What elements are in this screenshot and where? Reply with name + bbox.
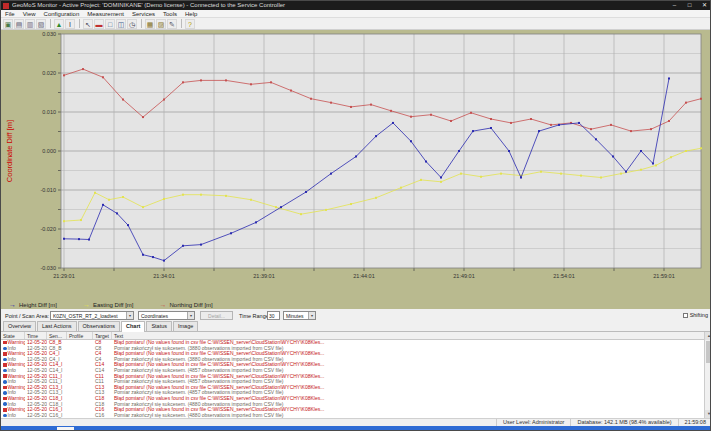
svg-text:21:39:01: 21:39:01 bbox=[253, 273, 274, 279]
clock-icon[interactable]: ◷ bbox=[127, 19, 137, 29]
scrollbar-thumb[interactable] bbox=[706, 341, 711, 363]
print-icon[interactable]: ▥ bbox=[25, 19, 35, 29]
scroll-down-icon[interactable]: ▼ bbox=[705, 410, 711, 418]
new-project-icon[interactable]: ▣ bbox=[3, 19, 13, 29]
tab-observations[interactable]: Observations bbox=[78, 321, 120, 331]
app-icon bbox=[3, 3, 9, 9]
view-type-value: Coordinates bbox=[141, 313, 168, 319]
stop-service-icon[interactable]: I bbox=[65, 19, 75, 29]
info-icon bbox=[3, 369, 7, 373]
warning-icon bbox=[3, 341, 7, 345]
column-header-text[interactable]: Text bbox=[112, 332, 711, 339]
column-header-target[interactable]: Target bbox=[93, 332, 112, 339]
legend-easting-diff: →Easting Diff [m] bbox=[83, 301, 134, 308]
warning-icon bbox=[3, 374, 7, 378]
point-scan-area-value: K0ZN_OSTR_RT_2_loadtest bbox=[53, 313, 118, 319]
chart-icon[interactable]: ▦ bbox=[145, 19, 155, 29]
taskbar[interactable] bbox=[1, 426, 711, 431]
toolbar-separator bbox=[141, 19, 142, 28]
tab-image[interactable]: Image bbox=[173, 321, 198, 331]
pause-icon[interactable]: ▬ bbox=[94, 19, 104, 29]
column-header-sen[interactable]: Sen... bbox=[47, 332, 67, 339]
menu-help[interactable]: Help bbox=[181, 10, 201, 17]
monitor-icon[interactable]: □ bbox=[105, 19, 115, 29]
info-icon bbox=[3, 380, 7, 384]
legend-label: Height Diff [m] bbox=[19, 302, 57, 308]
taskbar-item[interactable] bbox=[57, 427, 74, 431]
series-marker-icon: → bbox=[159, 301, 166, 308]
menu-tools[interactable]: Tools bbox=[159, 10, 181, 17]
minimize-button[interactable]: – bbox=[667, 1, 682, 10]
tools-icon[interactable]: ✎ bbox=[167, 19, 177, 29]
chevron-down-icon: ▾ bbox=[187, 312, 194, 319]
coordinate-diff-chart[interactable]: -0.030-0.020-0.0100.0000.0100.0200.03021… bbox=[1, 30, 711, 300]
shifting-checkbox[interactable] bbox=[683, 313, 688, 318]
column-header-state[interactable]: State bbox=[1, 332, 25, 339]
menu-services[interactable]: Services bbox=[128, 10, 159, 17]
svg-text:0.020: 0.020 bbox=[42, 70, 56, 76]
copy-icon[interactable]: ▤ bbox=[14, 19, 24, 29]
maximize-button[interactable]: □ bbox=[682, 1, 697, 10]
menu-configuration[interactable]: Configuration bbox=[40, 10, 84, 17]
legend-label: Easting Diff [m] bbox=[93, 302, 134, 308]
svg-text:21:44:01: 21:44:01 bbox=[353, 273, 374, 279]
toolbar-separator bbox=[181, 19, 182, 28]
menu-measurement[interactable]: Measurement bbox=[83, 10, 128, 17]
svg-text:Coordinate Diff [m]: Coordinate Diff [m] bbox=[5, 120, 14, 182]
time-range-label: Time Range: bbox=[239, 313, 270, 319]
menu-file[interactable]: File bbox=[1, 10, 19, 17]
window-icon[interactable]: ◫ bbox=[116, 19, 126, 29]
svg-text:-0.010: -0.010 bbox=[40, 187, 56, 193]
table-header-row: StateTimeSen...ProfileTargetText bbox=[1, 332, 711, 340]
time-range-unit-value: Minutes bbox=[286, 313, 304, 319]
chevron-down-icon: ▾ bbox=[126, 312, 133, 319]
start-service-icon[interactable]: ▲ bbox=[54, 19, 64, 29]
scroll-up-icon[interactable]: ▲ bbox=[705, 332, 711, 340]
info-icon bbox=[3, 414, 7, 418]
point-scan-area-label: Point / Scan Area: bbox=[5, 313, 49, 319]
help-icon[interactable]: ? bbox=[185, 19, 195, 29]
series-marker-icon: → bbox=[83, 301, 90, 308]
view-type-select[interactable]: Coordinates ▾ bbox=[138, 311, 195, 320]
tab-chart[interactable]: Chart bbox=[121, 321, 145, 332]
menu-view[interactable]: View bbox=[19, 10, 40, 17]
report-icon[interactable]: ▨ bbox=[156, 19, 166, 29]
svg-text:21:29:01: 21:29:01 bbox=[53, 273, 74, 279]
warning-icon bbox=[3, 397, 7, 401]
preview-icon[interactable]: ▧ bbox=[36, 19, 46, 29]
clock-status: 21:59:08 bbox=[678, 419, 711, 426]
column-header-time[interactable]: Time bbox=[25, 332, 47, 339]
detail-button[interactable]: Detail... bbox=[200, 311, 233, 320]
svg-text:-0.020: -0.020 bbox=[40, 226, 56, 232]
legend-northing-diff: →Northing Diff [m] bbox=[159, 301, 212, 308]
info-icon bbox=[3, 402, 7, 406]
point-scan-area-select[interactable]: K0ZN_OSTR_RT_2_loadtest ▾ bbox=[50, 311, 134, 320]
pointer-icon[interactable]: ↖ bbox=[83, 19, 93, 29]
close-button[interactable]: ✕ bbox=[697, 1, 711, 10]
svg-text:21:54:01: 21:54:01 bbox=[553, 273, 574, 279]
toolbar-separator bbox=[79, 19, 80, 28]
tab-status[interactable]: Status bbox=[146, 321, 172, 331]
time-range-unit-select[interactable]: Minutes ▾ bbox=[283, 311, 316, 320]
warning-icon bbox=[3, 352, 7, 356]
warning-icon bbox=[3, 386, 7, 390]
database-status: Database: 142.1 MB (98.4% available) bbox=[570, 419, 677, 426]
event-log-table: StateTimeSen...ProfileTargetText Warning… bbox=[1, 332, 711, 418]
title-bar: GeoMoS Monitor - Active Project: 'DOMINI… bbox=[1, 1, 711, 10]
svg-text:21:59:01: 21:59:01 bbox=[653, 273, 674, 279]
chart-area: -0.030-0.020-0.0100.0000.0100.0200.03021… bbox=[1, 30, 711, 300]
series-marker-icon: → bbox=[9, 301, 16, 308]
info-icon bbox=[3, 358, 7, 362]
time-range-input[interactable]: 30 bbox=[267, 311, 280, 320]
column-header-profile[interactable]: Profile bbox=[67, 332, 93, 339]
toolbar-separator bbox=[50, 19, 51, 28]
shifting-label: Shifting bbox=[690, 312, 708, 318]
tab-overview[interactable]: Overview bbox=[3, 321, 36, 331]
svg-text:21:49:01: 21:49:01 bbox=[453, 273, 474, 279]
tab-last-actions[interactable]: Last Actions bbox=[37, 321, 77, 331]
status-bar: User Level: Administrator Database: 142.… bbox=[1, 418, 711, 426]
info-icon bbox=[3, 391, 7, 395]
warning-icon bbox=[3, 408, 7, 412]
table-scrollbar[interactable]: ▲ ▼ bbox=[704, 332, 711, 418]
toolbar: ▣▤▥▧▲I↖▬□◫◷▦▨✎? bbox=[1, 18, 711, 30]
